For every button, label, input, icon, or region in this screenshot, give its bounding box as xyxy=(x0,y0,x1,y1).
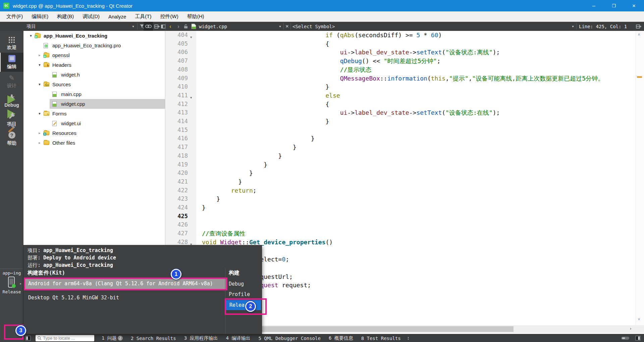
mode-label: 帮助 xyxy=(7,140,16,146)
hfolder-icon: h xyxy=(44,63,52,67)
linecol-dropdown-icon[interactable]: ▾ xyxy=(570,22,576,31)
chevron-down-icon[interactable]: ▾ xyxy=(36,82,44,87)
build-hammer-button[interactable] xyxy=(5,122,18,136)
menu-item[interactable]: 帮助(H) xyxy=(183,11,209,22)
output-pane-button[interactable]: 6 概要信息 xyxy=(329,335,353,341)
menu-bar: 文件(F)编辑(E)构建(B)调试(D)Analyze工具(T)控件(W)帮助(… xyxy=(0,11,644,22)
menu-item[interactable]: Analyze xyxy=(104,11,130,22)
pane-selector-chevron-icon[interactable]: ▾ xyxy=(130,22,136,31)
debug-run-button[interactable] xyxy=(7,109,15,118)
tree-item[interactable]: widget.cpp xyxy=(23,99,165,109)
line-number: 409 xyxy=(166,74,188,83)
line-number: 422 xyxy=(166,186,188,195)
menu-item[interactable]: 文件(F) xyxy=(2,11,27,22)
document-dropdown-icon[interactable]: ▾ xyxy=(277,22,283,31)
line-number: 419 xyxy=(166,160,188,169)
tree-item[interactable]: ▸Other files xyxy=(23,138,165,148)
code-line: 413 ui->label_dev_state->setText("设备状态:在… xyxy=(166,108,636,117)
chevron-down-icon[interactable]: ▾ xyxy=(36,63,44,67)
close-document-icon[interactable]: ✕ xyxy=(284,22,290,31)
output-pane-button[interactable]: 5 QML Debugger Console xyxy=(258,336,320,341)
menu-item[interactable]: 调试(D) xyxy=(78,11,104,22)
tree-item[interactable]: main.cpp xyxy=(23,89,165,99)
chevron-right-icon[interactable]: ▸ xyxy=(36,141,44,145)
restore-button[interactable]: ❐ xyxy=(604,0,624,11)
sidebar-mode-grid[interactable]: 欢迎 xyxy=(0,34,23,53)
output-pane-button[interactable]: 8 Test Results xyxy=(361,336,401,341)
editor-tab-label[interactable]: widget.cpp xyxy=(199,22,227,31)
output-pane-button[interactable]: 4 编译输出 xyxy=(226,335,251,341)
line-number: 404 xyxy=(166,31,188,40)
line-number: 414 xyxy=(166,117,188,126)
run-button[interactable] xyxy=(7,95,15,104)
kit-option-android[interactable]: Android for arm64-v8a (Clang Qt 5.12.6 f… xyxy=(24,278,227,290)
fold-column xyxy=(188,40,196,48)
chevron-right-icon[interactable]: ▸ xyxy=(36,131,44,135)
nav-forward-icon[interactable]: › xyxy=(175,22,182,31)
tree-item[interactable]: ▾C+Sources xyxy=(23,80,165,89)
build-config-debug[interactable]: Debug xyxy=(225,279,262,289)
tree-item[interactable]: widget.h xyxy=(23,70,165,80)
toggle-right-sidebar-icon[interactable] xyxy=(635,336,641,341)
tree-item-label: widget.cpp xyxy=(61,101,85,107)
toggle-left-sidebar-icon[interactable] xyxy=(25,336,31,341)
code-text: } xyxy=(196,203,206,212)
tree-item[interactable]: ▾Qtapp_Huawei_Eco_tracking xyxy=(23,31,165,41)
chevron-down-icon[interactable]: ▾ xyxy=(27,34,35,38)
menu-item[interactable]: 工具(T) xyxy=(130,11,156,22)
editor-scrollbar-column[interactable]: ∧ ∨ xyxy=(636,31,644,325)
output-pane-button[interactable]: 2 Search Results xyxy=(131,336,176,341)
tree-item[interactable]: widget.ui xyxy=(23,118,165,128)
scroll-right-icon[interactable]: › xyxy=(630,326,631,331)
output-pane-button[interactable]: 3 应用程序输出 xyxy=(184,335,218,341)
fold-marker-icon[interactable]: ▼ xyxy=(188,31,196,40)
code-line: 418 } xyxy=(166,152,636,160)
scroll-up-icon[interactable]: ∧ xyxy=(638,32,640,37)
output-pane-button[interactable]: 1 问题2 xyxy=(102,335,123,341)
build-progress-icon[interactable] xyxy=(621,337,629,340)
menu-item[interactable]: 编辑(E) xyxy=(27,11,53,22)
build-config-profile[interactable]: Profile xyxy=(225,289,262,299)
tree-item[interactable]: ▸⧉Resources xyxy=(23,128,165,138)
mode-label: 编辑 xyxy=(7,64,16,70)
chevron-right-icon[interactable]: ▸ xyxy=(36,53,44,57)
kit-selector[interactable]: app⋯ing ▸ Release xyxy=(0,268,23,294)
code-line: 425 xyxy=(166,212,636,221)
sidebar-mode-edit[interactable]: 编辑 xyxy=(0,53,23,72)
sidebar-mode-design[interactable]: ✎设计 xyxy=(0,72,23,91)
output-pane-label: 2 Search Results xyxy=(131,336,176,341)
sync-with-editor-icon[interactable] xyxy=(144,22,153,31)
menu-item[interactable]: 控件(W) xyxy=(156,11,183,22)
nav-back-icon[interactable]: ‹ xyxy=(167,22,174,31)
symbol-selector[interactable]: <Select Symbol> xyxy=(292,22,335,31)
close-pane-icon[interactable] xyxy=(160,22,167,31)
kit-project-name: app⋯ing xyxy=(0,271,23,276)
code-text xyxy=(196,212,202,221)
fold-column xyxy=(188,74,196,83)
close-button[interactable]: ✕ xyxy=(624,0,644,11)
tree-item-label: widget.ui xyxy=(61,120,81,126)
horizontal-scrollbar-thumb[interactable] xyxy=(262,326,514,332)
chevron-down-icon[interactable]: ▾ xyxy=(36,111,44,116)
locator-input[interactable]: Type to locate ... xyxy=(36,335,94,341)
kit-expand-arrow-icon: ▸ xyxy=(20,282,21,285)
split-editor-icon[interactable] xyxy=(635,22,643,31)
formsfolder-icon: ✎ xyxy=(44,111,52,116)
code-text: //查询设备属性 xyxy=(196,229,246,238)
fold-marker-icon[interactable]: ▼ xyxy=(188,91,196,100)
tree-item[interactable]: ▾✎Forms xyxy=(23,109,165,118)
code-text: { xyxy=(196,100,329,109)
tree-item[interactable]: ▾hHeaders xyxy=(23,60,165,70)
code-line: 417 } xyxy=(166,143,636,152)
minimize-button[interactable]: ─ xyxy=(584,0,604,11)
tree-item[interactable]: ▸Qtopenssl xyxy=(23,50,165,60)
tree-item-label: app_Huawei_Eco_tracking.pro xyxy=(52,43,121,48)
scroll-down-icon[interactable]: ∨ xyxy=(638,317,640,321)
output-pane-arrows-icon[interactable]: ▴▾ xyxy=(408,336,409,340)
line-number: 416 xyxy=(166,134,188,143)
menu-item[interactable]: 构建(B) xyxy=(53,11,78,22)
tree-item[interactable]: Qtapp_Huawei_Eco_tracking.pro xyxy=(23,41,165,50)
kit-option-desktop[interactable]: Desktop Qt 5.12.6 MinGW 32-bit xyxy=(25,293,119,303)
code-line: 427//查询设备属性 xyxy=(166,229,636,238)
line-number: 424 xyxy=(166,203,188,212)
